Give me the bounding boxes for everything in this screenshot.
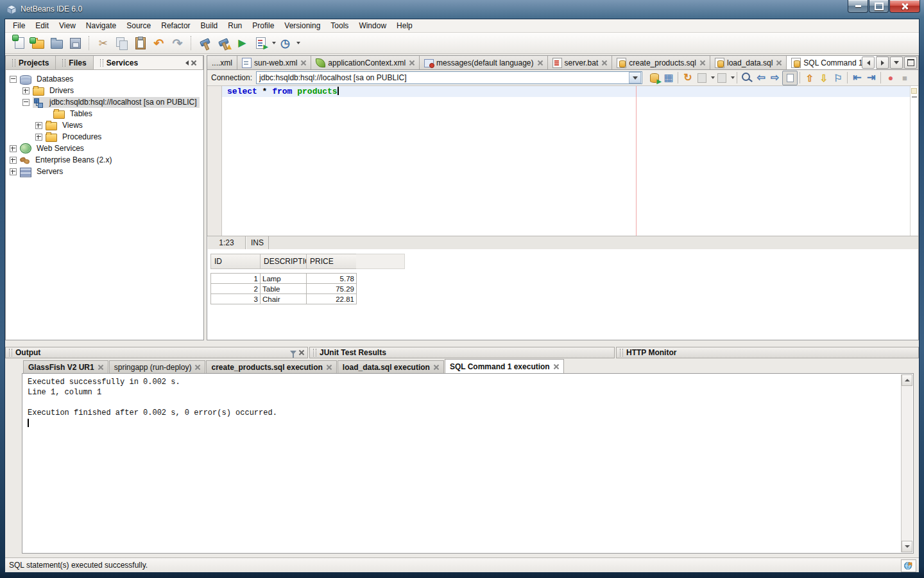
cut-icon[interactable] [94, 35, 112, 51]
scroll-tabs-left-icon[interactable] [862, 57, 875, 69]
filter-icon[interactable] [290, 351, 296, 355]
menu-item-view[interactable]: View [54, 19, 81, 32]
editor-tab-server-bat[interactable]: server.bat [548, 56, 613, 69]
close-tab-icon[interactable] [327, 365, 332, 370]
menu-item-file[interactable]: File [8, 19, 30, 32]
tree-node-tables[interactable]: Tables [6, 108, 203, 119]
close-tab-icon[interactable] [700, 60, 705, 66]
close-tab-icon[interactable] [538, 60, 543, 66]
chevron-down-icon[interactable] [296, 42, 300, 44]
output-tab-sql-command-1[interactable]: SQL Command 1 execution [445, 359, 564, 373]
menu-item-source[interactable]: Source [121, 19, 156, 32]
tree-node-procedures[interactable]: Procedures [6, 131, 203, 143]
new-file-icon[interactable] [11, 35, 28, 51]
editor-tab-messages[interactable]: messages(default language) [420, 56, 547, 69]
column-header-id[interactable]: ID [210, 254, 260, 269]
table-row[interactable]: 3 Chair 22.81 [211, 294, 357, 304]
menu-item-help[interactable]: Help [391, 19, 418, 32]
editor-tab-create-products-sql[interactable]: create_products.sql [612, 56, 710, 69]
scroll-up-icon[interactable] [902, 374, 912, 386]
clean-build-icon[interactable] [215, 35, 232, 51]
shift-left-icon[interactable] [850, 71, 864, 85]
connection-combobox[interactable]: jdbc:hsqldb:hsql://localhost [sa on PUBL… [256, 71, 642, 84]
toggle-bookmark-icon[interactable] [831, 71, 845, 85]
menu-item-tools[interactable]: Tools [325, 19, 354, 32]
expand-icon[interactable] [35, 134, 42, 141]
tree-node-web-services[interactable]: Web Services [6, 143, 203, 154]
expand-icon[interactable] [10, 157, 17, 164]
code-area[interactable]: select * from products [222, 86, 910, 236]
run-file-icon[interactable] [252, 35, 270, 51]
tab-services[interactable]: Services [94, 56, 203, 69]
output-tab-glassfish[interactable]: GlassFish V2 UR1 [23, 360, 108, 373]
editor-tab-xml-partial[interactable]: ....xml [207, 56, 237, 69]
console-scrollbar[interactable] [901, 374, 912, 552]
menu-item-navigate[interactable]: Navigate [81, 19, 121, 32]
junit-window-header[interactable]: JUnit Test Results [309, 347, 615, 358]
find-icon[interactable] [740, 71, 754, 85]
output-console[interactable]: Executed successfully in 0.002 s. Line 1… [22, 373, 914, 554]
table-row[interactable]: 2 Table 75.29 [211, 284, 357, 294]
menu-item-profile[interactable]: Profile [247, 19, 279, 32]
shift-right-icon[interactable] [864, 71, 878, 85]
design-query-icon[interactable] [662, 71, 676, 85]
chevron-down-icon[interactable] [731, 76, 735, 79]
scroll-tabs-right-icon[interactable] [876, 57, 889, 69]
next-bookmark-icon[interactable] [817, 71, 831, 85]
tree-node-drivers[interactable]: Drivers [6, 85, 203, 96]
minimize-button[interactable] [848, 0, 868, 13]
save-all-icon[interactable] [67, 35, 84, 51]
editor-tab-load-data-sql[interactable]: load_data.sql [710, 56, 787, 69]
close-panel-icon[interactable] [191, 60, 196, 66]
build-icon[interactable] [196, 35, 214, 51]
close-tab-icon[interactable] [602, 60, 607, 66]
previous-bookmark-icon[interactable] [803, 71, 817, 85]
redo-icon[interactable] [169, 35, 186, 51]
error-stripe[interactable] [910, 86, 918, 236]
stop-macro-icon[interactable] [898, 71, 912, 85]
maximize-button[interactable] [869, 0, 889, 13]
tab-list-dropdown-icon[interactable] [890, 57, 903, 69]
close-tab-icon[interactable] [554, 364, 559, 369]
collapse-icon[interactable] [10, 76, 17, 83]
collapse-icon[interactable] [22, 99, 30, 106]
history-back-icon[interactable] [695, 71, 709, 85]
previous-occurrence-icon[interactable] [754, 71, 768, 85]
copy-icon[interactable] [113, 35, 130, 51]
maximize-window-icon[interactable] [904, 57, 917, 69]
close-tab-icon[interactable] [434, 365, 439, 370]
output-window-header[interactable]: Output [5, 347, 308, 358]
expand-icon[interactable] [10, 145, 17, 152]
tree-node-jdbc-connection[interactable]: jdbc:hsqldb:hsql://localhost [sa on PUBL… [6, 96, 203, 108]
chevron-down-icon[interactable] [272, 42, 276, 44]
run-sql-icon[interactable]: ▶ [647, 71, 662, 85]
close-tab-icon[interactable] [195, 365, 200, 370]
tree-node-databases[interactable]: Databases [6, 73, 203, 85]
expand-icon[interactable] [35, 122, 42, 129]
tree-node-enterprise-beans[interactable]: Enterprise Beans (2.x) [6, 154, 203, 166]
tree-node-views[interactable]: Views [6, 119, 203, 131]
menu-item-edit[interactable]: Edit [30, 19, 54, 32]
output-tab-create-products[interactable]: create_products.sql execution [206, 360, 336, 373]
menu-item-window[interactable]: Window [354, 19, 391, 32]
titlebar[interactable]: NetBeans IDE 6.0 [0, 0, 924, 19]
toggle-highlight-icon[interactable] [782, 71, 798, 85]
sql-editor[interactable]: select * from products [207, 86, 918, 236]
editor-tab-sun-web-xml[interactable]: sun-web.xml [237, 56, 311, 69]
undo-icon[interactable] [150, 35, 167, 51]
tab-files[interactable]: Files [56, 56, 93, 69]
dock-left-icon[interactable] [185, 60, 189, 66]
menu-item-refactor[interactable]: Refactor [156, 19, 195, 32]
update-center-button[interactable] [901, 559, 916, 572]
expand-icon[interactable] [10, 168, 17, 175]
sql-history-icon[interactable] [681, 71, 695, 85]
editor-tab-application-context[interactable]: applicationContext.xml [311, 56, 420, 69]
open-project-icon[interactable] [48, 35, 65, 51]
column-header-description[interactable]: DESCRIPTION [260, 254, 306, 269]
new-project-icon[interactable] [30, 35, 47, 51]
close-button[interactable] [889, 0, 920, 13]
close-tab-icon[interactable] [409, 60, 415, 66]
tree-node-servers[interactable]: Servers [6, 166, 203, 177]
close-tab-icon[interactable] [98, 365, 103, 370]
chevron-down-icon[interactable] [629, 72, 641, 83]
